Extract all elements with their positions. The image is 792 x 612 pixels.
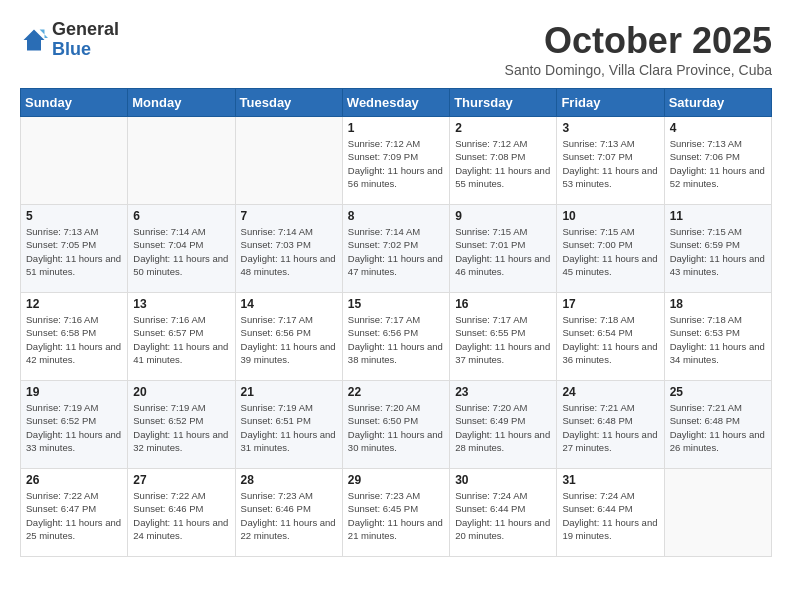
calendar-cell: 11Sunrise: 7:15 AM Sunset: 6:59 PM Dayli… <box>664 205 771 293</box>
day-info: Sunrise: 7:15 AM Sunset: 6:59 PM Dayligh… <box>670 225 766 278</box>
svg-marker-0 <box>24 29 45 50</box>
day-number: 24 <box>562 385 658 399</box>
calendar-cell: 22Sunrise: 7:20 AM Sunset: 6:50 PM Dayli… <box>342 381 449 469</box>
logo-general-text: General <box>52 20 119 40</box>
day-header-monday: Monday <box>128 89 235 117</box>
day-info: Sunrise: 7:19 AM Sunset: 6:51 PM Dayligh… <box>241 401 337 454</box>
day-info: Sunrise: 7:18 AM Sunset: 6:54 PM Dayligh… <box>562 313 658 366</box>
day-number: 17 <box>562 297 658 311</box>
calendar-cell: 27Sunrise: 7:22 AM Sunset: 6:46 PM Dayli… <box>128 469 235 557</box>
day-number: 22 <box>348 385 444 399</box>
calendar-cell: 8Sunrise: 7:14 AM Sunset: 7:02 PM Daylig… <box>342 205 449 293</box>
calendar-cell <box>21 117 128 205</box>
day-info: Sunrise: 7:13 AM Sunset: 7:06 PM Dayligh… <box>670 137 766 190</box>
day-number: 13 <box>133 297 229 311</box>
day-number: 2 <box>455 121 551 135</box>
calendar-week-row: 26Sunrise: 7:22 AM Sunset: 6:47 PM Dayli… <box>21 469 772 557</box>
logo-text: General Blue <box>52 20 119 60</box>
day-info: Sunrise: 7:14 AM Sunset: 7:02 PM Dayligh… <box>348 225 444 278</box>
calendar-cell: 7Sunrise: 7:14 AM Sunset: 7:03 PM Daylig… <box>235 205 342 293</box>
calendar-table: SundayMondayTuesdayWednesdayThursdayFrid… <box>20 88 772 557</box>
calendar-cell: 10Sunrise: 7:15 AM Sunset: 7:00 PM Dayli… <box>557 205 664 293</box>
calendar-cell <box>128 117 235 205</box>
day-number: 19 <box>26 385 122 399</box>
day-number: 16 <box>455 297 551 311</box>
day-info: Sunrise: 7:17 AM Sunset: 6:55 PM Dayligh… <box>455 313 551 366</box>
calendar-cell: 25Sunrise: 7:21 AM Sunset: 6:48 PM Dayli… <box>664 381 771 469</box>
day-number: 27 <box>133 473 229 487</box>
day-info: Sunrise: 7:23 AM Sunset: 6:45 PM Dayligh… <box>348 489 444 542</box>
day-number: 29 <box>348 473 444 487</box>
day-number: 6 <box>133 209 229 223</box>
calendar-cell: 14Sunrise: 7:17 AM Sunset: 6:56 PM Dayli… <box>235 293 342 381</box>
calendar-cell: 30Sunrise: 7:24 AM Sunset: 6:44 PM Dayli… <box>450 469 557 557</box>
calendar-cell <box>235 117 342 205</box>
day-info: Sunrise: 7:18 AM Sunset: 6:53 PM Dayligh… <box>670 313 766 366</box>
day-number: 15 <box>348 297 444 311</box>
day-info: Sunrise: 7:22 AM Sunset: 6:46 PM Dayligh… <box>133 489 229 542</box>
day-header-saturday: Saturday <box>664 89 771 117</box>
day-info: Sunrise: 7:16 AM Sunset: 6:58 PM Dayligh… <box>26 313 122 366</box>
calendar-cell: 13Sunrise: 7:16 AM Sunset: 6:57 PM Dayli… <box>128 293 235 381</box>
day-header-friday: Friday <box>557 89 664 117</box>
day-number: 7 <box>241 209 337 223</box>
day-info: Sunrise: 7:20 AM Sunset: 6:50 PM Dayligh… <box>348 401 444 454</box>
day-number: 3 <box>562 121 658 135</box>
location-subtitle: Santo Domingo, Villa Clara Province, Cub… <box>505 62 772 78</box>
logo: General Blue <box>20 20 119 60</box>
logo-blue-text: Blue <box>52 40 119 60</box>
day-info: Sunrise: 7:17 AM Sunset: 6:56 PM Dayligh… <box>241 313 337 366</box>
calendar-week-row: 5Sunrise: 7:13 AM Sunset: 7:05 PM Daylig… <box>21 205 772 293</box>
day-number: 11 <box>670 209 766 223</box>
calendar-cell: 29Sunrise: 7:23 AM Sunset: 6:45 PM Dayli… <box>342 469 449 557</box>
day-number: 8 <box>348 209 444 223</box>
day-header-sunday: Sunday <box>21 89 128 117</box>
day-number: 18 <box>670 297 766 311</box>
title-block: October 2025 Santo Domingo, Villa Clara … <box>505 20 772 78</box>
day-number: 12 <box>26 297 122 311</box>
calendar-cell: 17Sunrise: 7:18 AM Sunset: 6:54 PM Dayli… <box>557 293 664 381</box>
day-info: Sunrise: 7:20 AM Sunset: 6:49 PM Dayligh… <box>455 401 551 454</box>
day-number: 5 <box>26 209 122 223</box>
calendar-cell: 26Sunrise: 7:22 AM Sunset: 6:47 PM Dayli… <box>21 469 128 557</box>
calendar-header-row: SundayMondayTuesdayWednesdayThursdayFrid… <box>21 89 772 117</box>
calendar-cell: 1Sunrise: 7:12 AM Sunset: 7:09 PM Daylig… <box>342 117 449 205</box>
day-info: Sunrise: 7:19 AM Sunset: 6:52 PM Dayligh… <box>26 401 122 454</box>
day-info: Sunrise: 7:15 AM Sunset: 7:00 PM Dayligh… <box>562 225 658 278</box>
day-number: 1 <box>348 121 444 135</box>
day-info: Sunrise: 7:14 AM Sunset: 7:03 PM Dayligh… <box>241 225 337 278</box>
day-info: Sunrise: 7:14 AM Sunset: 7:04 PM Dayligh… <box>133 225 229 278</box>
calendar-cell: 2Sunrise: 7:12 AM Sunset: 7:08 PM Daylig… <box>450 117 557 205</box>
day-info: Sunrise: 7:24 AM Sunset: 6:44 PM Dayligh… <box>562 489 658 542</box>
day-info: Sunrise: 7:21 AM Sunset: 6:48 PM Dayligh… <box>562 401 658 454</box>
day-number: 4 <box>670 121 766 135</box>
calendar-week-row: 19Sunrise: 7:19 AM Sunset: 6:52 PM Dayli… <box>21 381 772 469</box>
calendar-week-row: 12Sunrise: 7:16 AM Sunset: 6:58 PM Dayli… <box>21 293 772 381</box>
logo-icon <box>20 26 48 54</box>
calendar-cell: 28Sunrise: 7:23 AM Sunset: 6:46 PM Dayli… <box>235 469 342 557</box>
day-info: Sunrise: 7:16 AM Sunset: 6:57 PM Dayligh… <box>133 313 229 366</box>
calendar-week-row: 1Sunrise: 7:12 AM Sunset: 7:09 PM Daylig… <box>21 117 772 205</box>
month-year-title: October 2025 <box>505 20 772 62</box>
day-info: Sunrise: 7:24 AM Sunset: 6:44 PM Dayligh… <box>455 489 551 542</box>
day-number: 26 <box>26 473 122 487</box>
calendar-cell: 4Sunrise: 7:13 AM Sunset: 7:06 PM Daylig… <box>664 117 771 205</box>
day-info: Sunrise: 7:12 AM Sunset: 7:09 PM Dayligh… <box>348 137 444 190</box>
day-info: Sunrise: 7:21 AM Sunset: 6:48 PM Dayligh… <box>670 401 766 454</box>
day-info: Sunrise: 7:15 AM Sunset: 7:01 PM Dayligh… <box>455 225 551 278</box>
calendar-cell: 31Sunrise: 7:24 AM Sunset: 6:44 PM Dayli… <box>557 469 664 557</box>
calendar-cell: 18Sunrise: 7:18 AM Sunset: 6:53 PM Dayli… <box>664 293 771 381</box>
calendar-cell: 15Sunrise: 7:17 AM Sunset: 6:56 PM Dayli… <box>342 293 449 381</box>
day-number: 21 <box>241 385 337 399</box>
calendar-cell: 20Sunrise: 7:19 AM Sunset: 6:52 PM Dayli… <box>128 381 235 469</box>
day-number: 20 <box>133 385 229 399</box>
day-number: 10 <box>562 209 658 223</box>
day-info: Sunrise: 7:12 AM Sunset: 7:08 PM Dayligh… <box>455 137 551 190</box>
page-header: General Blue October 2025 Santo Domingo,… <box>20 20 772 78</box>
day-info: Sunrise: 7:22 AM Sunset: 6:47 PM Dayligh… <box>26 489 122 542</box>
day-number: 28 <box>241 473 337 487</box>
day-number: 25 <box>670 385 766 399</box>
calendar-cell: 12Sunrise: 7:16 AM Sunset: 6:58 PM Dayli… <box>21 293 128 381</box>
day-header-thursday: Thursday <box>450 89 557 117</box>
day-info: Sunrise: 7:13 AM Sunset: 7:05 PM Dayligh… <box>26 225 122 278</box>
